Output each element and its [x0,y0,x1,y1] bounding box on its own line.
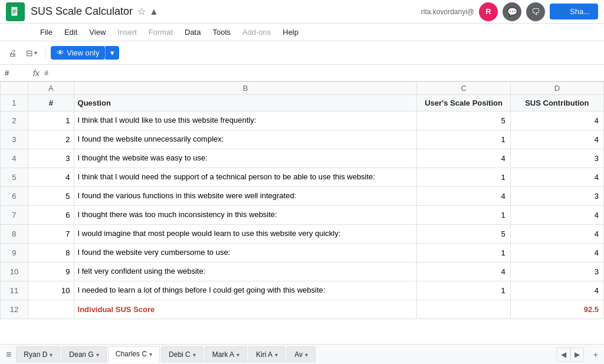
dropdown-arrow-icon: ▾ [110,48,114,57]
row-num-6: 6 [1,187,28,206]
cell-c2: 5 [417,112,510,130]
drive-icon[interactable]: ▲ [149,6,159,17]
row-num-9: 9 [1,244,28,263]
cell-d6: 3 [510,187,603,206]
sheet-tab-kiri-a[interactable]: Kiri A▾ [248,346,285,350]
table-row: 1110I needed to learn a lot of things be… [1,281,604,300]
menu-format: Format [144,27,178,38]
sheet-tab-charles-c[interactable]: Charles C▾ [108,346,160,350]
title-icons: ☆ ▲ [137,6,159,17]
tab-scroll-left[interactable]: ◀ [557,347,570,350]
print-button[interactable]: 🖨 [5,46,20,60]
row-num-8: 8 [1,225,28,244]
google-sheets-icon [6,2,25,21]
table-row: 76I thought there was too much inconsist… [1,206,604,225]
comments-icon-btn[interactable]: 🗨 [526,2,545,21]
cell-c10: 4 [417,263,510,281]
toolbar: 🖨 ⊟▾ 👁 View only ▾ [0,41,604,65]
spreadsheet-container[interactable]: A B C D 1 # Question User's Scale Positi… [0,81,604,344]
sheet-tabs: ≡ Ryan D▾Dean G▾Charles C▾Debi C▾Mark A▾… [0,344,604,350]
cell-a6: 5 [28,187,74,206]
menu-data[interactable]: Data [180,27,205,38]
table-row: 43I thought the website was easy to use:… [1,149,604,168]
sus-score-row: 12Individual SUS Score92.5 [1,300,604,319]
table-row: 54I think that I would need the support … [1,168,604,187]
row-num-11: 11 [1,281,28,300]
cell-c9: 1 [417,244,510,263]
spreadsheet-table: A B C D 1 # Question User's Scale Positi… [0,81,604,319]
share-button[interactable]: 👤 Sha... [550,4,598,19]
menu-edit[interactable]: Edit [60,27,82,38]
col-header-b[interactable]: B [74,82,417,95]
top-bar: SUS Scale Calculator ☆ ▲ rita.kovordanyi… [0,0,604,24]
filter-button[interactable]: ⊟▾ [22,46,41,60]
menu-insert: Insert [113,27,142,38]
sheets-menu-button[interactable]: ≡ [2,347,15,350]
cell-c3: 1 [417,130,510,149]
cell-b9: I found the website very cumbersome to u… [74,244,417,263]
svg-rect-0 [11,6,17,15]
cell-b5: I think that I would need the support of… [74,168,417,187]
col-d-header: SUS Contribution [510,95,603,112]
sheet-tab-ryan-d[interactable]: Ryan D▾ [16,346,60,350]
sus-score-value: 92.5 [510,300,603,319]
cell-a5: 4 [28,168,74,187]
cell-b6: I found the various functions in this we… [74,187,417,206]
sheet-tab-debi-c[interactable]: Debi C▾ [161,346,203,350]
user-avatar[interactable]: R [479,2,498,21]
table-row: 87I would imagine that most people would… [1,225,604,244]
cell-c12 [417,300,510,319]
menu-help[interactable]: Help [278,27,303,38]
row-num-3: 3 [1,130,28,149]
cell-a2: 1 [28,112,74,130]
cell-a10: 9 [28,263,74,281]
star-icon[interactable]: ☆ [137,6,146,17]
col-header-a[interactable]: A [28,82,74,95]
view-only-dropdown[interactable]: ▾ [105,46,119,60]
sheet-tab-dean-g[interactable]: Dean G▾ [61,346,106,350]
table-row: 109I felt very confident using the websi… [1,263,604,281]
cell-b4: I thought the website was easy to use: [74,149,417,168]
cell-a8: 7 [28,225,74,244]
menu-bar: File Edit View Insert Format Data Tools … [0,24,604,41]
cell-d11: 4 [510,281,603,300]
cell-a7: 6 [28,206,74,225]
cell-b8: I would imagine that most people would l… [74,225,417,244]
view-only-button[interactable]: 👁 View only [51,46,105,60]
chat-icon-btn[interactable]: 💬 [503,2,521,21]
cell-b2: I think that I would like to use this we… [74,112,417,130]
col-header-d[interactable]: D [510,82,603,95]
share-label: Sha... [570,7,590,16]
menu-tools[interactable]: Tools [208,27,235,38]
sheet-tab-mark-a[interactable]: Mark A▾ [205,346,247,350]
cell-b3: I found the website unnecessarily comple… [74,130,417,149]
doc-title: SUS Scale Calculator [31,5,133,18]
cell-c5: 1 [417,168,510,187]
user-email: rita.kovordanyi@ [421,8,474,16]
top-right-area: rita.kovordanyi@ R 💬 🗨 👤 Sha... [421,2,598,21]
add-sheet-button[interactable]: + [590,347,602,350]
cell-a12 [28,300,74,319]
cell-reference: # [5,68,28,77]
col-header-c[interactable]: C [417,82,510,95]
table-row: 21I think that I would like to use this … [1,112,604,130]
col-c-header: User's Scale Position [417,95,510,112]
tab-nav-arrows: ◀ ▶ [557,347,584,350]
table-row: 65I found the various functions in this … [1,187,604,206]
cell-c7: 1 [417,206,510,225]
row-num-10: 10 [1,263,28,281]
sheet-tab-av[interactable]: Av▾ [287,346,316,350]
formula-content: # [44,68,48,77]
cell-c8: 5 [417,225,510,244]
eye-icon: 👁 [57,48,64,57]
menu-file[interactable]: File [35,27,57,38]
menu-view[interactable]: View [84,27,110,38]
cell-a11: 10 [28,281,74,300]
cell-c6: 4 [417,187,510,206]
col-a-header: # [28,95,74,112]
row-num-5: 5 [1,168,28,187]
formula-bar: # fx # [0,65,604,81]
menu-addons: Add-ons [238,27,275,38]
cell-d2: 4 [510,112,603,130]
tab-scroll-right[interactable]: ▶ [570,347,584,350]
